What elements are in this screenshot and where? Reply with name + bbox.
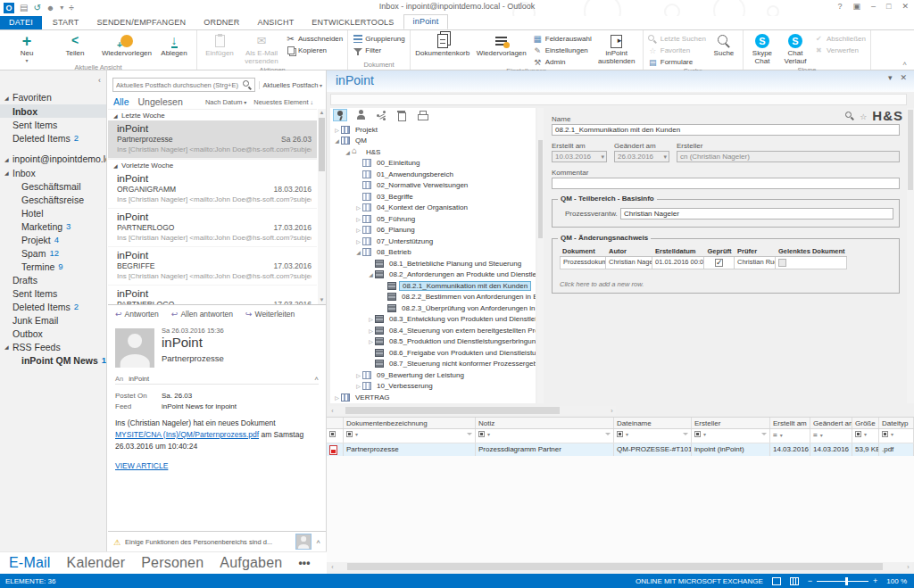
tree-node[interactable]: ◢ 08.2_Anforderungen an Produkte und Die… — [330, 269, 536, 281]
folder-item[interactable]: Hotel — [0, 206, 106, 219]
ribbon-tab[interactable]: ORDNER — [195, 16, 248, 29]
filter-cell[interactable] — [855, 431, 876, 437]
expand-arrow-icon[interactable]: ◢ — [113, 162, 121, 169]
modified-date-field[interactable]: 26.03.2016 — [614, 151, 669, 162]
nav-item[interactable]: ••• — [298, 557, 310, 569]
tree-node[interactable]: 08.2.2_Bestimmen von Anforderungen in Be… — [330, 292, 536, 303]
scrollbar-thumb[interactable] — [319, 118, 325, 171]
folder-item[interactable]: Deleted Items 2 — [0, 300, 106, 313]
nav-item[interactable]: Kalender — [67, 555, 126, 571]
inpoint-search-bar[interactable] — [330, 94, 907, 105]
folder-item[interactable]: Inbox — [0, 104, 106, 118]
add-row-hint[interactable]: Click here to add a new row. — [560, 280, 644, 288]
ribbon-tab[interactable]: DATEI — [0, 16, 42, 29]
scrollbar-thumb[interactable] — [908, 110, 913, 190]
tab-alle[interactable]: Alle — [113, 96, 129, 107]
reply-button[interactable]: Antworten — [115, 310, 159, 319]
skype-chat-button[interactable]: Skype Chat — [746, 31, 778, 66]
expand-arrow-icon[interactable]: ◢ — [113, 112, 121, 119]
pin-button[interactable] — [333, 109, 347, 121]
folder-item[interactable]: Sent Items — [0, 118, 106, 131]
change-log-row[interactable]: Prozessdokument Christian Nageler 01.01.… — [560, 257, 847, 269]
maximize-icon[interactable] — [886, 2, 891, 11]
close-pane-icon[interactable] — [900, 73, 907, 82]
tree-node[interactable]: 08.6_Freigabe von Produkten und Dienstle… — [330, 347, 536, 359]
close-icon[interactable] — [902, 2, 909, 11]
column-header[interactable]: Autor — [606, 246, 652, 257]
zoom-slider[interactable] — [817, 581, 868, 582]
ribbon-display-options-icon[interactable] — [852, 2, 860, 11]
tree-node[interactable]: ▷ 07_Unterstützung — [330, 236, 536, 247]
tree-node[interactable]: ▷ 08.5_Produktion und Dienstleistungserb… — [330, 336, 536, 348]
tab-ungelesen[interactable]: Ungelesen — [138, 96, 183, 107]
favoriten-button[interactable]: Favoriten — [648, 46, 706, 55]
chat-verlauf-button[interactable]: Chat Verlauf — [778, 31, 812, 66]
dokumentenkorb-button[interactable]: Dokumentenkorb — [413, 31, 472, 67]
expand-arrow-icon[interactable]: ▷ — [354, 216, 362, 222]
tree-node[interactable]: ▷ 08.3_Entwicklung von Produkten und Die… — [330, 314, 536, 326]
column-header[interactable]: Dokument — [560, 246, 606, 257]
search-input[interactable] — [116, 81, 243, 89]
filter-cell[interactable] — [773, 431, 807, 439]
layout-view-icon[interactable] — [790, 577, 799, 585]
tree-node[interactable]: ◢ QM — [330, 136, 536, 147]
tree-node[interactable]: ▷ Projekt — [330, 124, 536, 136]
folder-item[interactable]: Deleted Items 2 — [0, 131, 106, 145]
column-header[interactable]: Geändert am — [810, 418, 852, 428]
created-date-field[interactable]: 10.03.2016 — [552, 151, 607, 162]
tree-node[interactable]: ▷ 04_Kontext der Organisation — [330, 203, 536, 214]
tree-node[interactable]: 08.7_Steuerung nicht konformer Prozesser… — [330, 359, 536, 370]
admin-button[interactable]: Admin — [533, 57, 592, 67]
folder-section-header[interactable]: ◢ Favoriten — [0, 90, 106, 104]
tree-node[interactable]: ▷ 09_Bewertung der Leistung — [330, 369, 536, 381]
search-icon[interactable] — [845, 112, 854, 120]
expand-arrow-icon[interactable]: ◢ — [4, 170, 12, 176]
expand-arrow-icon[interactable]: ◢ — [344, 149, 352, 155]
als-email-versenden-button[interactable]: Als E-Mail versenden — [239, 31, 284, 66]
scrollbar-thumb[interactable] — [345, 407, 560, 414]
share-button[interactable] — [374, 109, 388, 121]
mail-search-box[interactable] — [112, 78, 255, 92]
folder-item[interactable]: Geschäftsmail — [0, 179, 106, 193]
folder-item[interactable]: Junk Email — [0, 313, 106, 327]
filter-cell[interactable] — [813, 431, 849, 439]
column-header[interactable]: Geprüft — [704, 246, 735, 257]
gelenktes-dokument-checkbox[interactable] — [778, 259, 786, 267]
expand-arrow-icon[interactable]: ◢ — [4, 344, 12, 350]
expand-arrow-icon[interactable]: ▷ — [333, 394, 341, 401]
expand-arrow-icon[interactable]: ◢ — [367, 271, 375, 277]
neu-button[interactable]: Neu — [3, 31, 51, 63]
tree-vertical-scrollbar[interactable] — [537, 108, 544, 403]
folder-item[interactable]: Termine 9 — [0, 260, 106, 273]
tree-node[interactable]: 02_Normative Verweisungen — [330, 180, 536, 192]
zoom-level[interactable]: 100 % — [886, 577, 907, 585]
filter-cell[interactable] — [478, 431, 611, 437]
column-header[interactable]: Dateityp — [879, 418, 914, 428]
column-header[interactable]: Ersteller — [692, 418, 770, 428]
expand-arrow-icon[interactable]: ◢ — [354, 249, 362, 255]
help-icon[interactable] — [837, 2, 842, 11]
tree-node[interactable]: 08.1_Betriebliche Planung und Steuerung — [330, 258, 536, 269]
scroll-up-icon[interactable] — [318, 109, 326, 117]
column-header[interactable]: Dokumentenbezeichnung — [344, 418, 476, 428]
mail-list-item[interactable]: inPoint BEGRIFFE 17.03.2016 Ins [Christi… — [108, 247, 317, 286]
ribbon-tab[interactable]: START — [44, 16, 88, 29]
folder-item[interactable]: Marketing 3 — [0, 219, 106, 233]
ausschneiden-button[interactable]: Ausschneiden — [286, 34, 343, 44]
nav-item[interactable]: Aufgaben — [220, 555, 282, 571]
scroll-left-icon[interactable] — [328, 564, 337, 570]
nav-item[interactable]: Personen — [141, 555, 204, 571]
forward-button[interactable]: Weiterleiten — [245, 310, 295, 319]
tree-node[interactable]: ◢ 08_Betrieb — [330, 247, 536, 259]
scrollbar-thumb[interactable] — [538, 140, 543, 238]
search-icon[interactable] — [243, 80, 252, 89]
document-link[interactable]: MYSITE/CNA (Ins)/QM/Parternprozess.pdf — [115, 430, 259, 439]
letzte-suchen-button[interactable]: Letzte Suchen — [648, 34, 706, 44]
folder-item[interactable]: Spam 12 — [0, 246, 106, 260]
tree-node[interactable]: 08.2.3_Überprüfung von Anforderungen in … — [330, 302, 536, 314]
wiedervorlagen-button[interactable]: Wiedervorlagen — [472, 31, 531, 67]
comment-field[interactable] — [552, 178, 900, 189]
mail-list-item[interactable]: inPoint PARTNERLOGO 17.03.2016 Ins [Chri… — [108, 209, 317, 247]
mail-list-scrollbar[interactable] — [318, 109, 326, 304]
nav-item[interactable]: E-Mail — [9, 555, 51, 571]
